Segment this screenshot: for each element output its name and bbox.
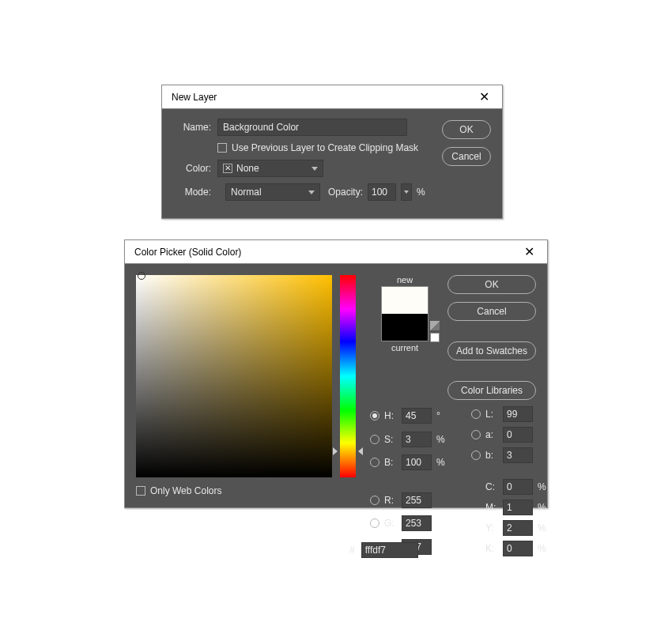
y-label: Y: [485,522,498,534]
ok-button[interactable]: OK [447,275,536,294]
m-input[interactable] [503,500,533,515]
a-label: a: [485,429,498,440]
b-radio[interactable] [370,458,379,467]
c-unit: % [538,481,549,492]
g-input[interactable] [402,515,432,531]
h-input[interactable] [402,408,432,424]
mode-value: Normal [231,187,262,198]
color-picker-dialog: Color Picker (Solid Color) ✕ new current [124,239,548,508]
lab-cmyk-group: L: a: b: C:% M:% Y:% K:% [471,406,549,556]
opacity-dropdown-icon[interactable] [401,183,412,201]
a-input[interactable] [503,427,533,443]
a-radio[interactable] [471,430,481,439]
r-input[interactable] [402,492,432,508]
lab-b-input[interactable] [503,447,533,463]
new-color-swatch[interactable] [382,287,428,314]
g-label: G: [384,518,397,529]
mode-dropdown[interactable]: Normal [225,183,320,201]
opacity-input[interactable] [368,183,396,201]
s-radio[interactable] [370,435,379,444]
m-label: M: [485,502,498,513]
close-icon[interactable]: ✕ [474,88,494,106]
only-web-colors-checkbox[interactable] [136,486,145,496]
c-label: C: [485,481,498,492]
k-label: K: [485,543,498,554]
l-input[interactable] [503,406,533,422]
r-label: R: [384,495,397,506]
opacity-label: Opacity: [328,187,363,198]
s-label: S: [384,434,397,445]
ok-button[interactable]: OK [442,120,491,139]
h-radio[interactable] [370,411,379,420]
gamut-warning-icon[interactable] [430,321,440,330]
add-to-swatches-button[interactable]: Add to Swatches [447,341,536,360]
close-icon[interactable]: ✕ [519,243,539,261]
hex-input[interactable] [361,542,418,558]
s-unit: % [436,434,447,445]
new-label: new [397,275,413,285]
color-field[interactable] [136,275,332,477]
r-radio[interactable] [370,496,379,505]
hsb-group: H:° S:% B:% R: G: B: [370,406,447,556]
h-unit: ° [436,410,447,421]
b-unit: % [436,457,447,468]
cancel-button[interactable]: Cancel [447,302,536,321]
s-input[interactable] [402,432,432,447]
hex-label: # [349,545,355,556]
g-radio[interactable] [370,518,379,528]
color-dropdown[interactable]: ✕ None [217,160,323,177]
swatch-pair [381,286,428,341]
color-libraries-button[interactable]: Color Libraries [447,381,536,400]
color-picker-title: Color Picker (Solid Color) [134,247,241,258]
lab-b-radio[interactable] [471,451,481,460]
color-field-cursor [138,272,145,280]
y-unit: % [538,522,549,534]
color-value: None [236,163,259,174]
m-unit: % [538,502,549,513]
l-radio[interactable] [471,409,481,419]
clipping-mask-label: Use Previous Layer to Create Clipping Ma… [232,142,418,153]
opacity-unit: % [417,187,425,198]
color-picker-titlebar[interactable]: Color Picker (Solid Color) ✕ [125,240,547,264]
only-web-colors-label: Only Web Colors [150,485,221,496]
k-unit: % [538,543,549,554]
hue-slider[interactable] [340,275,356,477]
b-label: B: [384,457,397,468]
color-label: Color: [173,163,211,174]
k-input[interactable] [503,541,533,556]
clipping-mask-checkbox[interactable] [217,143,227,153]
current-color-swatch[interactable] [382,314,428,341]
name-input[interactable] [217,119,407,136]
new-layer-titlebar[interactable]: New Layer ✕ [162,85,502,109]
hue-arrow-right-icon [358,447,363,455]
b-input[interactable] [402,454,432,470]
new-layer-dialog: New Layer ✕ Name: Use Previous Layer to … [161,85,503,219]
new-layer-title: New Layer [172,92,217,103]
c-input[interactable] [503,479,533,495]
lab-b-label: b: [485,450,498,461]
mode-label: Mode: [173,187,211,198]
h-label: H: [384,410,397,421]
name-label: Name: [173,122,211,133]
cancel-button[interactable]: Cancel [442,147,491,166]
current-label: current [391,343,418,353]
none-icon: ✕ [223,164,232,173]
l-label: L: [485,409,498,420]
y-input[interactable] [503,520,533,536]
websafe-swatch-icon[interactable] [430,333,440,342]
hue-arrow-left-icon [333,447,338,455]
